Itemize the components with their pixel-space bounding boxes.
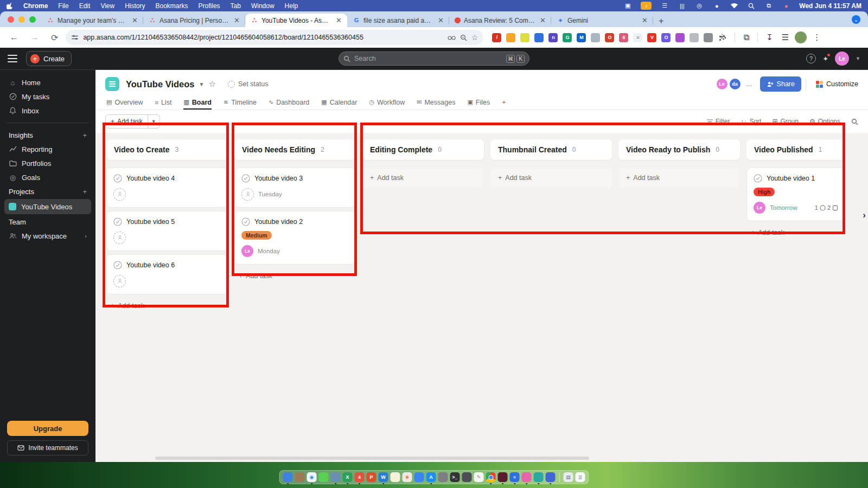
sidebar-section-projects[interactable]: Projects + xyxy=(0,184,95,198)
unassigned-avatar-icon[interactable] xyxy=(113,188,126,201)
task-card-video-3[interactable]: Youtube video 3 Tuesday xyxy=(234,168,356,208)
control-center-icon[interactable]: ⧉ xyxy=(764,2,773,10)
dock-app-powerpoint-icon[interactable]: P xyxy=(367,472,376,482)
sidebar-section-team[interactable]: Team xyxy=(0,215,95,229)
tab-board[interactable]: ▥Board xyxy=(183,97,212,110)
browser-tab-active[interactable]: ∴ YouTube Videos - Asana ✕ xyxy=(245,14,347,27)
wifi-icon[interactable] xyxy=(730,2,738,10)
task-card-video-1[interactable]: Youtube video 1 High Le Tomorrow 1 xyxy=(746,168,845,221)
zoom-icon[interactable] xyxy=(460,34,467,41)
column-add-task-button[interactable]: + Add task xyxy=(106,298,228,314)
add-task-button[interactable]: +Add task ▼ xyxy=(105,114,160,129)
member-avatar-2[interactable]: da xyxy=(729,78,742,91)
sidebar-item-portfolios[interactable]: Portfolios xyxy=(0,156,95,170)
extension-pink-six-icon[interactable]: 6 xyxy=(619,33,628,42)
browser-tab-6[interactable]: ✦ Gemini ✕ xyxy=(551,14,653,27)
menu-tab[interactable]: Tab xyxy=(231,2,241,10)
mic-in-use-icon[interactable]: ♪ xyxy=(641,2,652,10)
dock-app-notepad-icon[interactable]: ≣ xyxy=(576,472,585,482)
tab-overview[interactable]: ▤Overview xyxy=(106,97,143,110)
dock-app-safari-icon[interactable]: ◉ xyxy=(307,472,317,482)
priority-tag-high[interactable]: High xyxy=(754,188,775,196)
column-add-task-button[interactable]: + Add task xyxy=(622,170,737,186)
tab-workflow[interactable]: ◷Workflow xyxy=(369,97,405,110)
tab-close-icon[interactable]: ✕ xyxy=(233,16,241,24)
extension-opera-icon[interactable]: O xyxy=(605,33,614,42)
add-insight-icon[interactable]: + xyxy=(82,131,87,139)
extension-blue-dot-icon[interactable] xyxy=(534,33,544,42)
unassigned-avatar-icon[interactable] xyxy=(113,275,126,287)
star-icon[interactable]: ☆ xyxy=(208,79,215,89)
add-task-dropdown-icon[interactable]: ▼ xyxy=(148,115,159,128)
extension-pear-icon[interactable] xyxy=(520,33,529,42)
column-header[interactable]: Editing Complete 0 xyxy=(362,139,484,160)
ai-sparkle-icon[interactable]: ✦ xyxy=(822,55,828,63)
chevron-down-icon[interactable]: ▼ xyxy=(856,56,860,61)
tab-search-icon[interactable]: ⧉ xyxy=(741,33,752,42)
menu-window[interactable]: Window xyxy=(251,2,275,10)
dock-app-pink-app-icon[interactable] xyxy=(522,472,532,482)
user-avatar[interactable]: Le xyxy=(835,52,849,66)
dock-app-documents-icon[interactable]: ▤ xyxy=(564,472,573,482)
reload-button[interactable]: ⟳ xyxy=(47,33,62,43)
tab-calendar[interactable]: ▦Calendar xyxy=(321,97,357,110)
upgrade-button[interactable]: Upgrade xyxy=(7,421,88,436)
column-header[interactable]: Video to Create 3 xyxy=(106,139,228,160)
downloads-icon[interactable]: ↧ xyxy=(763,33,776,42)
options-button[interactable]: ⚙ Options xyxy=(809,118,840,125)
dock-app-settings-icon[interactable] xyxy=(438,472,448,482)
browser-tab-1[interactable]: ∴ Manage your team's work, p ✕ xyxy=(41,14,143,27)
dock-app-terminal-icon[interactable]: >_ xyxy=(450,472,460,482)
global-search-input[interactable]: Search ⌘ K xyxy=(339,52,529,66)
sidebar-item-goals[interactable]: ◎ Goals xyxy=(0,170,95,184)
extension-gray-box-icon[interactable] xyxy=(690,33,699,42)
extension-purple-o-icon[interactable]: O xyxy=(661,33,671,42)
column-header[interactable]: Video Published 1 xyxy=(746,139,845,160)
browser-tab-2[interactable]: ∴ Asana Pricing | Personal, Sta ✕ xyxy=(143,14,245,27)
task-card-video-4[interactable]: Youtube video 4 xyxy=(106,168,228,208)
extension-v-red-icon[interactable]: V xyxy=(647,33,656,42)
dock-app-maps-icon[interactable] xyxy=(414,472,424,482)
extension-monday-icon[interactable]: M xyxy=(577,33,586,42)
board-search-icon[interactable] xyxy=(851,118,858,125)
display-settings-icon[interactable]: ☰ xyxy=(660,2,669,10)
browser-menu-icon[interactable]: ⋮ xyxy=(810,33,824,42)
extension-nzdr-icon[interactable]: n xyxy=(548,33,558,42)
task-card-video-2[interactable]: Youtube video 2 Medium Le Monday xyxy=(234,211,356,265)
menu-view[interactable]: View xyxy=(100,2,114,10)
check-circle-icon[interactable] xyxy=(241,217,250,226)
task-card-video-6[interactable]: Youtube video 6 xyxy=(106,254,228,294)
scroll-right-icon[interactable]: › xyxy=(863,210,866,221)
siri-icon[interactable]: ● xyxy=(782,2,790,10)
task-card-video-5[interactable]: Youtube video 5 xyxy=(106,211,228,251)
add-project-icon[interactable]: + xyxy=(82,188,87,196)
reading-mode-icon[interactable] xyxy=(448,35,456,40)
check-circle-icon[interactable] xyxy=(113,261,122,269)
menu-history[interactable]: History xyxy=(125,2,145,10)
chevron-right-icon[interactable]: › xyxy=(85,233,87,239)
new-tab-button[interactable]: + xyxy=(653,16,669,27)
extension-grammarly-icon[interactable]: G xyxy=(563,33,572,42)
maximize-window-button[interactable] xyxy=(29,16,36,23)
sidebar-item-home[interactable]: ⌂ Home xyxy=(0,75,95,89)
sync-icon[interactable]: ◎ xyxy=(695,2,704,10)
column-add-task-button[interactable]: + Add task xyxy=(366,170,481,186)
minimize-window-button[interactable] xyxy=(18,16,25,23)
extension-doc-icon[interactable]: ≡ xyxy=(633,33,642,42)
dock-app-chrome-icon[interactable] xyxy=(486,472,496,482)
share-button[interactable]: Share xyxy=(760,76,801,92)
reading-list-icon[interactable]: ☰ xyxy=(779,33,792,42)
sidebar-section-insights[interactable]: Insights + xyxy=(0,128,95,142)
invite-teammates-button[interactable]: Invite teammates xyxy=(7,440,88,455)
extension-camera-icon[interactable] xyxy=(704,33,713,42)
dock-app-teal-app-icon[interactable] xyxy=(534,472,544,482)
audio-levels-icon[interactable]: ||| xyxy=(678,2,686,10)
unassigned-avatar-icon[interactable] xyxy=(241,188,254,201)
tab-list[interactable]: ≡List xyxy=(155,97,172,110)
dock-app-docs-icon[interactable]: ≡ xyxy=(510,472,520,482)
create-button[interactable]: + Create xyxy=(26,51,72,66)
extension-flower-icon[interactable] xyxy=(675,33,685,42)
sound-recognition-icon[interactable]: ● xyxy=(712,2,721,10)
extension-clipboard-icon[interactable] xyxy=(591,33,600,42)
customize-button[interactable]: Customize xyxy=(816,80,858,88)
